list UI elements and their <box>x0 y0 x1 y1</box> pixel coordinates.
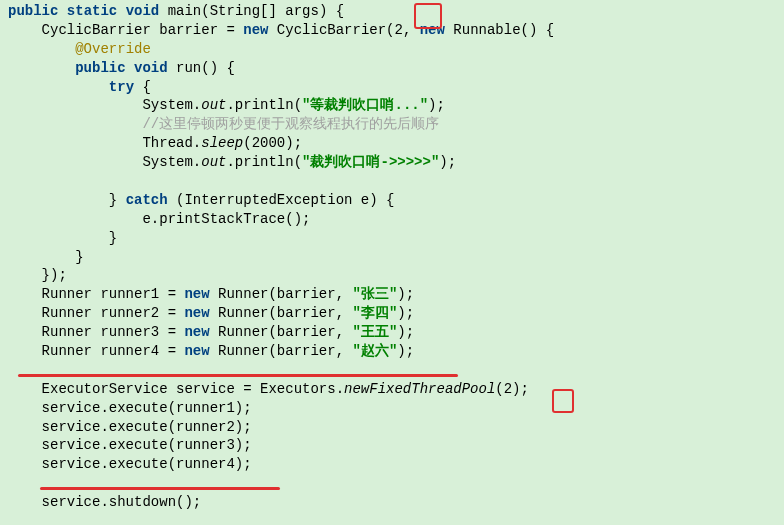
string: "李四" <box>352 305 397 321</box>
text: } <box>8 192 126 208</box>
string: "张三" <box>352 286 397 302</box>
text <box>8 60 75 76</box>
text: { <box>134 79 151 95</box>
text: Runner runner4 = <box>8 343 184 359</box>
kw-public: public <box>75 60 125 76</box>
text: } <box>8 249 84 265</box>
text: Runner(barrier, <box>210 343 353 359</box>
text <box>8 79 109 95</box>
text: ); <box>397 286 414 302</box>
text: Runner runner3 = <box>8 324 184 340</box>
text: Runnable() { <box>445 22 554 38</box>
text: .println( <box>226 97 302 113</box>
num: 2 <box>504 381 512 397</box>
method: newFixedThreadPool <box>344 381 495 397</box>
kw-new: new <box>243 22 268 38</box>
kw-void: void <box>126 3 160 19</box>
text: }); <box>8 267 67 283</box>
text: service.execute(runner4); <box>8 456 252 472</box>
comment: //这里停顿两秒更便于观察线程执行的先后顺序 <box>142 116 439 132</box>
text: ExecutorService service = Executors. <box>8 381 344 397</box>
text: } <box>8 230 117 246</box>
text: ( <box>243 135 251 151</box>
text: ); <box>512 381 529 397</box>
string: "赵六" <box>352 343 397 359</box>
kw-new: new <box>184 343 209 359</box>
text: e.printStackTrace(); <box>8 211 310 227</box>
string: "裁判吹口哨->>>>>" <box>302 154 439 170</box>
text: service.execute(runner1); <box>8 400 252 416</box>
annotation: @Override <box>75 41 151 57</box>
text: Runner(barrier, <box>210 286 353 302</box>
code-block: public static void main(String[] args) {… <box>0 0 784 512</box>
text: main(String[] args) { <box>159 3 344 19</box>
text: ); <box>397 343 414 359</box>
text: CyclicBarrier barrier = <box>8 22 243 38</box>
text: Runner runner1 = <box>8 286 184 302</box>
text: CyclicBarrier( <box>268 22 394 38</box>
text: , <box>403 22 420 38</box>
text: ); <box>397 324 414 340</box>
text: service.execute(runner3); <box>8 437 252 453</box>
string: "等裁判吹口哨..." <box>302 97 428 113</box>
text: Runner(barrier, <box>210 305 353 321</box>
text: service.shutdown(); <box>8 494 201 510</box>
kw-new: new <box>184 324 209 340</box>
sleep: sleep <box>201 135 243 151</box>
text: System. <box>8 97 201 113</box>
text: Runner(barrier, <box>210 324 353 340</box>
kw-new: new <box>184 286 209 302</box>
string: "王五" <box>352 324 397 340</box>
kw-new: new <box>420 22 445 38</box>
text <box>8 41 75 57</box>
num: 2000 <box>252 135 286 151</box>
kw-new: new <box>184 305 209 321</box>
kw-try: try <box>109 79 134 95</box>
text: (InterruptedException e) { <box>168 192 395 208</box>
kw-public: public <box>8 3 58 19</box>
text: run() { <box>168 60 235 76</box>
kw-void: void <box>134 60 168 76</box>
kw-static: static <box>67 3 117 19</box>
num: 2 <box>395 22 403 38</box>
out: out <box>201 154 226 170</box>
kw-catch: catch <box>126 192 168 208</box>
text: ); <box>285 135 302 151</box>
text: ); <box>439 154 456 170</box>
out: out <box>201 97 226 113</box>
text: ); <box>397 305 414 321</box>
text: System. <box>8 154 201 170</box>
text: service.execute(runner2); <box>8 419 252 435</box>
text: ); <box>428 97 445 113</box>
text: ( <box>495 381 503 397</box>
text: .println( <box>226 154 302 170</box>
text: Runner runner2 = <box>8 305 184 321</box>
text <box>8 116 142 132</box>
text: Thread. <box>8 135 201 151</box>
